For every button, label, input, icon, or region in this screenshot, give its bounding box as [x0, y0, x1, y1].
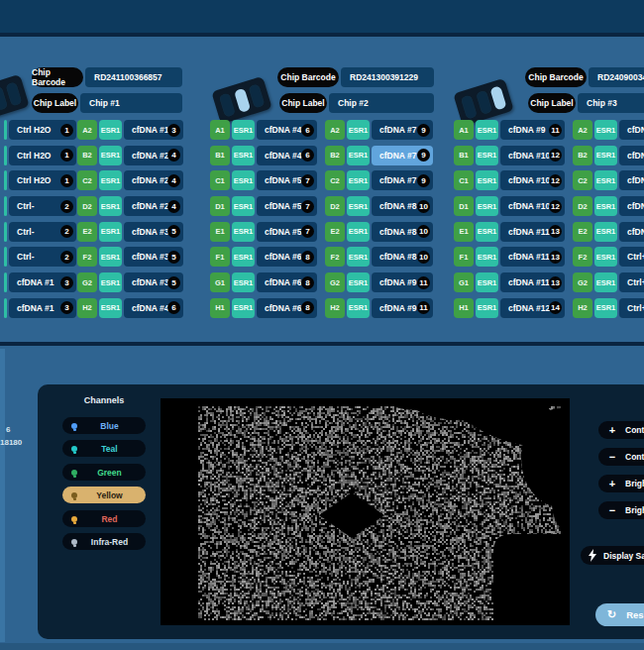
well-id-cell[interactable]: E1 — [210, 222, 230, 242]
sample-cell[interactable]: Ctrl+ — [619, 247, 644, 267]
sample-cell[interactable]: cfDNA — [619, 170, 644, 190]
well-id-cell[interactable]: D2 — [325, 196, 345, 216]
well-row[interactable]: E1 ESR1 cfDNA #11 13 — [454, 222, 565, 242]
chip3-label-value[interactable]: Chip #3 — [578, 93, 644, 113]
well-id-cell[interactable]: E1 — [454, 222, 474, 242]
chip2-barcode-value[interactable]: RD241300391229 — [341, 67, 434, 87]
sample-cell[interactable]: Ctrl- 2 — [9, 196, 76, 216]
well-id-cell[interactable]: H2 — [325, 298, 345, 318]
well-id-cell[interactable]: H2 — [77, 298, 97, 318]
assay-cell[interactable]: ESR1 — [232, 298, 255, 318]
sample-cell[interactable]: cfDNA #7 9 — [372, 120, 433, 140]
sample-cell[interactable]: Ctrl H2O 1 — [9, 120, 76, 140]
well-row[interactable]: D2 ESR1 cfDNA — [573, 196, 644, 216]
assay-cell[interactable]: ESR1 — [347, 247, 370, 267]
assay-cell[interactable] — [4, 146, 7, 165]
well-row[interactable]: E2 ESR1 cfDNA — [573, 222, 644, 242]
assay-cell[interactable] — [4, 298, 7, 318]
well-id-cell[interactable]: D1 — [454, 196, 474, 216]
well-row[interactable]: A1 ESR1 cfDNA #9 11 — [454, 120, 565, 140]
assay-cell[interactable]: ESR1 — [232, 170, 255, 190]
channel-button[interactable]: Infra-Red — [62, 533, 146, 550]
well-row[interactable]: cfDNA #1 3 — [4, 298, 76, 318]
well-id-cell[interactable]: E2 — [325, 222, 345, 242]
assay-cell[interactable]: ESR1 — [594, 247, 617, 267]
assay-cell[interactable]: ESR1 — [99, 298, 122, 318]
well-id-cell[interactable]: B1 — [454, 146, 474, 165]
sample-cell[interactable]: cfDNA #4 6 — [257, 120, 317, 140]
sample-cell[interactable]: cfDNA #6 8 — [257, 272, 317, 292]
well-row[interactable]: D1 ESR1 cfDNA #5 7 — [210, 196, 317, 216]
well-row[interactable]: G2 ESR1 cfDNA #9 11 — [325, 272, 433, 292]
sample-cell[interactable]: cfDNA — [619, 196, 644, 216]
assay-cell[interactable]: ESR1 — [99, 222, 122, 242]
sample-cell[interactable]: Ctrl- 2 — [9, 247, 76, 267]
assay-cell[interactable]: ESR1 — [99, 170, 122, 190]
well-row[interactable]: F2 ESR1 cfDNA #3 5 — [77, 247, 183, 267]
well-row[interactable]: Ctrl- 2 — [4, 222, 76, 242]
sample-cell[interactable]: cfDNA #3 5 — [124, 222, 183, 242]
sample-cell[interactable]: cfDNA #8 10 — [372, 196, 433, 216]
well-id-cell[interactable]: G1 — [210, 272, 230, 292]
sample-cell[interactable]: cfDNA — [619, 222, 644, 242]
channel-button[interactable]: Teal — [62, 440, 146, 457]
chip-image-viewer[interactable] — [161, 398, 570, 625]
well-id-cell[interactable]: C2 — [325, 170, 345, 190]
well-id-cell[interactable]: G2 — [77, 272, 97, 292]
sample-cell[interactable]: cfDNA #6 8 — [257, 298, 317, 318]
well-id-cell[interactable]: F1 — [210, 247, 230, 267]
assay-cell[interactable] — [4, 170, 7, 190]
sample-cell[interactable]: cfDNA #6 8 — [257, 247, 317, 267]
well-row[interactable]: C2 ESR1 cfDNA #2 4 — [77, 170, 183, 190]
well-row[interactable]: E1 ESR1 cfDNA #5 7 — [210, 222, 317, 242]
assay-cell[interactable]: ESR1 — [347, 146, 370, 165]
channel-button[interactable]: Red — [62, 510, 146, 527]
well-row[interactable]: H2 ESR1 cfDNA #4 6 — [77, 298, 183, 318]
chip3-barcode-value[interactable]: RD240900341051 — [589, 67, 644, 87]
sample-cell[interactable]: cfDNA #12 14 — [500, 298, 565, 318]
well-row[interactable]: B2 ESR1 cfDNA #7 9 — [325, 146, 433, 165]
well-row[interactable]: F1 ESR1 cfDNA #6 8 — [210, 247, 317, 267]
well-row[interactable]: D2 ESR1 cfDNA #8 10 — [325, 196, 433, 216]
well-row[interactable]: C1 ESR1 cfDNA #5 7 — [210, 170, 317, 190]
sample-cell[interactable]: cfDNA #4 6 — [124, 298, 183, 318]
well-row[interactable]: C2 ESR1 cfDNA — [573, 170, 644, 190]
sample-cell[interactable]: cfDNA #1 3 — [9, 272, 76, 292]
assay-cell[interactable]: ESR1 — [232, 272, 255, 292]
assay-cell[interactable] — [4, 222, 7, 242]
assay-cell[interactable]: ESR1 — [99, 272, 122, 292]
assay-cell[interactable]: ESR1 — [99, 247, 122, 267]
well-row[interactable]: F2 ESR1 Ctrl+ — [573, 247, 644, 267]
well-row[interactable]: E2 ESR1 cfDNA #3 5 — [77, 222, 183, 242]
well-id-cell[interactable]: G2 — [325, 272, 345, 292]
sample-cell[interactable]: cfDNA #8 10 — [372, 222, 433, 242]
well-id-cell[interactable]: H2 — [573, 298, 592, 318]
sample-cell[interactable]: cfDNA #10 12 — [500, 170, 565, 190]
assay-cell[interactable]: ESR1 — [347, 120, 370, 140]
chip1-barcode-value[interactable]: RD241100366857 — [85, 67, 182, 87]
well-row[interactable]: Ctrl H2O 1 — [4, 170, 76, 190]
well-id-cell[interactable]: A2 — [573, 120, 592, 140]
sample-cell[interactable]: cfDNA #10 12 — [500, 146, 565, 165]
well-row[interactable]: B2 ESR1 cfDNA — [573, 146, 644, 165]
brightness-up-button[interactable]: + Brightness — [598, 475, 644, 492]
well-row[interactable]: H2 ESR1 Ctrl+ — [573, 298, 644, 318]
assay-cell[interactable]: ESR1 — [594, 146, 617, 165]
well-row[interactable]: B1 ESR1 cfDNA #10 12 — [454, 146, 565, 165]
well-row[interactable]: C2 ESR1 cfDNA #7 9 — [325, 170, 433, 190]
well-id-cell[interactable]: B1 — [210, 146, 230, 165]
well-id-cell[interactable]: G2 — [573, 272, 592, 292]
assay-cell[interactable]: ESR1 — [347, 196, 370, 216]
sample-cell[interactable]: cfDNA #5 7 — [257, 222, 317, 242]
sample-cell[interactable]: cfDNA #9 11 — [372, 298, 433, 318]
well-row[interactable]: Ctrl- 2 — [4, 196, 76, 216]
sample-cell[interactable]: cfDNA — [619, 120, 644, 140]
well-id-cell[interactable]: A2 — [77, 120, 97, 140]
sample-cell[interactable]: cfDNA #11 13 — [500, 222, 565, 242]
well-id-cell[interactable]: H1 — [454, 298, 474, 318]
assay-cell[interactable]: ESR1 — [99, 120, 122, 140]
well-row[interactable]: H1 ESR1 cfDNA #12 14 — [454, 298, 565, 318]
well-id-cell[interactable]: D2 — [573, 196, 592, 216]
well-row[interactable]: B1 ESR1 cfDNA #4 6 — [210, 146, 317, 165]
chip2-label-value[interactable]: Chip #2 — [329, 93, 434, 113]
